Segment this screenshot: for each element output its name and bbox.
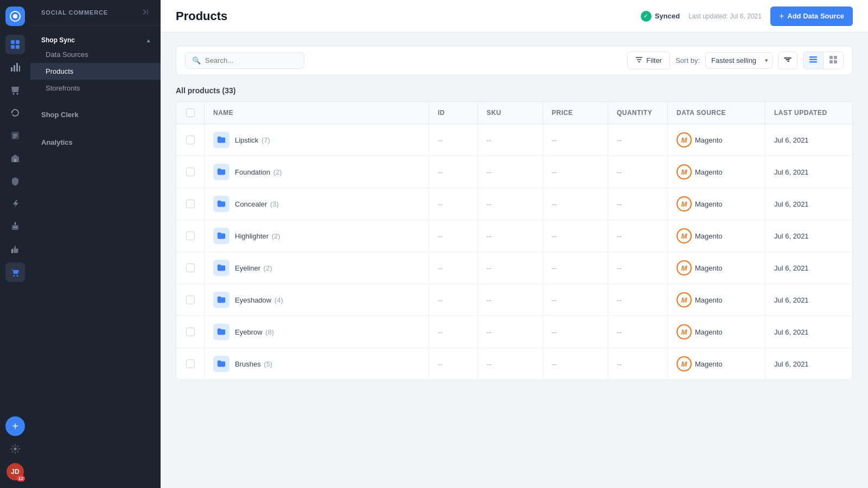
row-price: -- bbox=[543, 348, 608, 380]
table-row: Brushes (5) -- -- -- -- M Magento Jul 6,… bbox=[176, 348, 852, 380]
sidebar-item-products[interactable]: Products bbox=[30, 63, 161, 80]
row-checkbox[interactable] bbox=[176, 252, 205, 284]
sidebar-item-storefronts[interactable]: Storefronts bbox=[30, 80, 161, 97]
svg-point-23 bbox=[14, 275, 15, 277]
list-view-button[interactable] bbox=[803, 52, 824, 69]
folder-icon bbox=[213, 260, 229, 276]
magento-icon: M bbox=[676, 228, 692, 243]
row-source: M Magento bbox=[668, 156, 765, 188]
row-checkbox[interactable] bbox=[176, 284, 205, 316]
row-source: M Magento bbox=[668, 252, 765, 284]
row-quantity: -- bbox=[608, 284, 668, 316]
table-row: Concealer (3) -- -- -- -- M Magento Jul … bbox=[176, 188, 852, 220]
svg-point-25 bbox=[14, 448, 17, 451]
row-checkbox[interactable] bbox=[176, 156, 205, 188]
sidebar-collapse-icon[interactable] bbox=[141, 8, 150, 17]
row-checkbox[interactable] bbox=[176, 124, 205, 156]
row-checkbox[interactable] bbox=[176, 188, 205, 220]
svg-rect-9 bbox=[19, 66, 20, 72]
row-sku: -- bbox=[478, 348, 543, 380]
th-name: Name bbox=[205, 102, 429, 124]
sidebar-analytics[interactable]: Analytics bbox=[30, 133, 161, 152]
source-name: Magento bbox=[695, 264, 723, 272]
th-quantity: Quantity bbox=[608, 102, 668, 124]
search-input[interactable] bbox=[205, 56, 297, 65]
data-sources-label: Data Sources bbox=[46, 50, 88, 59]
sidebar-item-data-sources[interactable]: Data Sources bbox=[30, 46, 161, 63]
rail-settings-icon[interactable] bbox=[5, 439, 25, 459]
view-toggle bbox=[803, 52, 844, 69]
select-all-checkbox[interactable] bbox=[186, 108, 195, 117]
folder-icon bbox=[213, 164, 229, 180]
th-checkbox bbox=[176, 102, 205, 124]
rail-icon-shield[interactable] bbox=[5, 171, 25, 191]
rail-icon-thumbs-up[interactable] bbox=[5, 240, 25, 259]
filter-button[interactable]: Filter bbox=[627, 52, 670, 69]
rail-icon-orders[interactable] bbox=[5, 126, 25, 145]
add-datasource-button[interactable]: + Add Data Source bbox=[770, 7, 853, 26]
row-id: -- bbox=[429, 348, 478, 380]
products-count: (33) bbox=[222, 86, 236, 95]
magento-icon: M bbox=[676, 356, 692, 371]
svg-rect-6 bbox=[11, 67, 12, 72]
svg-point-19 bbox=[16, 227, 17, 228]
svg-point-10 bbox=[13, 93, 15, 95]
rail-icon-dashboard[interactable] bbox=[5, 35, 25, 54]
shop-sync-group[interactable]: Shop Sync ▴ bbox=[30, 30, 161, 46]
svg-point-18 bbox=[14, 227, 15, 228]
row-name: Eyeliner (2) bbox=[205, 252, 429, 284]
svg-point-1 bbox=[13, 14, 17, 18]
row-updated: Jul 6, 2021 bbox=[765, 316, 852, 348]
analytics-label: Analytics bbox=[41, 138, 73, 146]
app-logo[interactable] bbox=[5, 7, 25, 26]
svg-rect-22 bbox=[11, 249, 13, 253]
row-checkbox[interactable] bbox=[176, 316, 205, 348]
search-box[interactable]: 🔍 bbox=[185, 52, 304, 69]
rail-icon-cart[interactable] bbox=[5, 262, 25, 282]
row-source: M Magento bbox=[668, 284, 765, 316]
row-id: -- bbox=[429, 124, 478, 156]
table-row: Eyeliner (2) -- -- -- -- M Magento Jul 6… bbox=[176, 252, 852, 284]
row-updated: Jul 6, 2021 bbox=[765, 348, 852, 380]
row-price: -- bbox=[543, 316, 608, 348]
sort-toggle-button[interactable] bbox=[778, 52, 797, 69]
rail-icon-storefront[interactable] bbox=[5, 149, 25, 168]
last-updated-text: Last updated: Jul 6, 2021 bbox=[688, 12, 762, 20]
th-last-updated: Last updated bbox=[765, 102, 852, 124]
product-name: Concealer (3) bbox=[235, 200, 279, 208]
rail-icon-bot[interactable] bbox=[5, 217, 25, 236]
row-updated: Jul 6, 2021 bbox=[765, 220, 852, 252]
table-row: Foundation (2) -- -- -- -- M Magento Jul… bbox=[176, 156, 852, 188]
table-row: Eyeshadow (4) -- -- -- -- M Magento Jul … bbox=[176, 284, 852, 316]
rail-avatar[interactable]: JD 12 bbox=[5, 462, 25, 481]
row-checkbox[interactable] bbox=[176, 348, 205, 380]
grid-view-button[interactable] bbox=[824, 52, 843, 69]
main-area: Products ✓ Synced Last updated: Jul 6, 2… bbox=[161, 0, 868, 488]
svg-rect-3 bbox=[16, 40, 20, 44]
rail-icon-analytics[interactable] bbox=[5, 57, 25, 77]
sidebar: SOCIAL COMMERCE Shop Sync ▴ Data Sources… bbox=[30, 0, 161, 488]
rail-icon-products[interactable] bbox=[5, 80, 25, 100]
row-quantity: -- bbox=[608, 156, 668, 188]
sidebar-shop-clerk[interactable]: Shop Clerk bbox=[30, 105, 161, 124]
shop-sync-label: Shop Sync bbox=[41, 36, 75, 44]
row-price: -- bbox=[543, 284, 608, 316]
source-name: Magento bbox=[695, 168, 723, 176]
rail-icon-bolt[interactable] bbox=[5, 194, 25, 214]
th-id: ID bbox=[429, 102, 478, 124]
svg-rect-35 bbox=[834, 60, 837, 63]
table-row: Eyebrow (8) -- -- -- -- M Magento Jul 6,… bbox=[176, 316, 852, 348]
folder-icon bbox=[213, 292, 229, 308]
analytics-section: Analytics bbox=[30, 129, 161, 156]
rail-add-button[interactable]: + bbox=[5, 416, 25, 436]
row-source: M Magento bbox=[668, 220, 765, 252]
svg-rect-4 bbox=[11, 45, 15, 49]
svg-rect-30 bbox=[809, 59, 817, 61]
svg-rect-8 bbox=[16, 63, 18, 72]
rail-icon-sync[interactable] bbox=[5, 103, 25, 123]
sort-select[interactable]: Fastest selling Newest Oldest Name A-Z N… bbox=[705, 52, 773, 69]
row-quantity: -- bbox=[608, 316, 668, 348]
row-sku: -- bbox=[478, 124, 543, 156]
svg-rect-15 bbox=[13, 137, 16, 138]
row-checkbox[interactable] bbox=[176, 220, 205, 252]
